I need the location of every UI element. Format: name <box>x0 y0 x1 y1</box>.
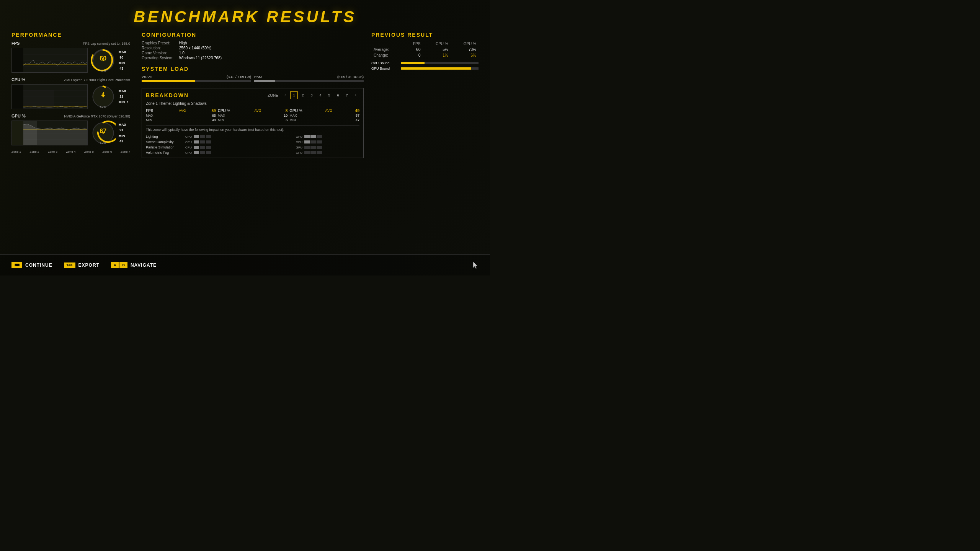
ram-load: RAM (6.05 / 31.94 GB) <box>254 75 364 82</box>
breakdown-cpu-col: CPU % AVG 8 MAX 10 MIN <box>218 109 288 122</box>
cpu-max-label: MAX <box>119 89 126 93</box>
impact-scene-name: Scene Complexity <box>146 140 180 144</box>
svg-marker-27 <box>473 262 477 269</box>
fps-min-label: MIN <box>119 61 125 65</box>
config-val-res: 980 x 551 (50%) <box>179 46 364 50</box>
gpu-bound-label: GPU Bound <box>371 67 398 70</box>
zone-btn-4[interactable]: 4 <box>317 91 324 99</box>
continue-button[interactable]: ⌨ CONTINUE <box>11 262 52 268</box>
cpu-waveform-svg <box>12 85 88 109</box>
gpu-subtitle: NVIDIA GeForce RTX 2070 (Driver:526.98) <box>64 114 130 118</box>
performance-panel: PERFORMANCE FPS FPS cap currently set to… <box>11 32 130 261</box>
breakdown-fps-rows: MAX 65 MIN 48 <box>146 114 216 122</box>
impact-bar <box>206 140 211 143</box>
zone-prev-button[interactable]: ‹ <box>281 91 289 99</box>
breakdown-gpu-avg-label: AVG <box>325 109 332 113</box>
ram-bar-bg <box>254 80 364 82</box>
gpu-bound-item: GPU Bound <box>371 67 479 70</box>
ram-header: RAM (6.05 / 31.94 GB) <box>254 75 364 79</box>
config-key-os: Operating System: <box>142 56 173 60</box>
prev-change-label: Change: <box>371 52 403 58</box>
impact-fog-gpu-label: GPU <box>293 151 302 155</box>
breakdown-fps-avg-val: 59 <box>212 109 216 113</box>
zone-btn-2[interactable]: 2 <box>299 91 307 99</box>
center-panel: CONFIGURATION Graphics Preset: High Reso… <box>142 32 364 261</box>
breakdown-gpu-min-label: MIN <box>289 118 296 122</box>
breakdown-fps-col: FPS AVG 59 MAX 65 MIN <box>146 109 216 122</box>
bottom-bar: ⌨ CONTINUE TAB EXPORT A D NAVIGATE <box>0 254 490 276</box>
svg-rect-13 <box>12 85 23 109</box>
svg-rect-14 <box>23 90 54 109</box>
impact-lighting-gpu: GPU <box>256 135 359 139</box>
cpu-min-val: 1 <box>127 100 129 104</box>
impact-lighting-gpu-bars <box>304 135 322 138</box>
cpu-max-val: 11 <box>119 95 123 98</box>
gpu-gauge: 67 AVG <box>91 121 116 145</box>
breakdown-cpu-min-val: 6 <box>286 118 287 122</box>
breakdown-gpu-col: GPU % AVG 49 MAX 57 MIN <box>289 109 359 122</box>
impact-lighting-gpu-label: GPU <box>293 135 302 139</box>
previous-result-table: FPS CPU % GPU % Average: 60 5% 73% <box>371 41 479 58</box>
gpu-gauge-avg-label: AVG <box>100 142 106 145</box>
breakdown-stats: FPS AVG 59 MAX 65 MIN <box>146 109 359 122</box>
breakdown-fps-label: FPS <box>146 109 153 113</box>
system-load-title: SYSTEM LOAD <box>142 66 364 72</box>
gpu-chart <box>11 121 88 145</box>
navigate-key-pair: A D <box>111 262 127 268</box>
prev-header-cpu: CPU % <box>423 41 450 47</box>
impact-bar <box>310 146 316 149</box>
continue-key-icon: ⌨ <box>11 262 22 268</box>
fps-gauge-value: 60 <box>100 55 106 62</box>
bound-section: CPU Bound GPU Bound <box>371 61 479 70</box>
cpu-min-label: MIN <box>119 100 125 104</box>
ram-values: (6.05 / 31.94 GB) <box>337 75 364 79</box>
impact-bar <box>194 151 199 154</box>
zone-btn-7[interactable]: 7 <box>343 91 351 99</box>
continue-label: CONTINUE <box>25 262 52 268</box>
gpu-min-label: MIN <box>119 134 125 138</box>
zone-next-button[interactable]: › <box>352 91 359 99</box>
previous-result-panel: PREVIOUS RESULT FPS CPU % GPU % Average: <box>371 32 479 261</box>
impact-scene-gpu: GPU <box>256 140 359 144</box>
breakdown-fps-max-label: MAX <box>146 114 154 117</box>
impact-bar <box>194 140 199 143</box>
prev-avg-cpu: 5% <box>423 47 450 52</box>
export-label: EXPORT <box>78 262 100 268</box>
breakdown-gpu-min-val: 47 <box>356 118 359 122</box>
gpu-gauge-value: 67 <box>100 128 106 135</box>
breakdown-cpu-min-label: MIN <box>218 118 224 122</box>
zone-btn-6[interactable]: 6 <box>334 91 342 99</box>
impact-scene-cpu-label: CPU <box>182 140 192 144</box>
zone-label-4: Zone 4 <box>66 150 76 153</box>
impact-bar <box>310 140 316 143</box>
breakdown-fps-header: FPS AVG 59 <box>146 109 216 113</box>
prev-header-fps: FPS <box>403 41 423 47</box>
gpu-max-label: MAX <box>119 123 126 127</box>
impact-bar <box>310 135 316 138</box>
navigate-button[interactable]: A D NAVIGATE <box>111 262 157 268</box>
zone-label-7: Zone 7 <box>121 150 130 153</box>
cursor-indicator <box>473 262 479 271</box>
impact-particle-gpu: GPU <box>256 145 359 149</box>
zone-label-5: Zone 5 <box>84 150 94 153</box>
impact-bar <box>206 146 211 149</box>
breakdown-gpu-min-row: MIN 47 <box>289 118 359 122</box>
impact-particle-cpu: Particle Simulation CPU <box>146 145 249 149</box>
impact-particle-cpu-bars <box>194 146 211 149</box>
breakdown-gpu-avg-val: 49 <box>355 109 359 113</box>
svg-rect-5 <box>12 48 23 73</box>
zone-label-6: Zone 6 <box>103 150 112 153</box>
prev-avg-label: Average: <box>371 47 403 52</box>
breakdown-note: This zone will typically have the follow… <box>146 125 359 132</box>
breakdown-fps-avg-label: AVG <box>179 109 186 113</box>
export-button[interactable]: TAB EXPORT <box>64 262 100 268</box>
vram-bar-bg <box>142 80 251 82</box>
impact-bar <box>206 151 211 154</box>
fps-label: FPS <box>11 41 20 46</box>
export-key-icon: TAB <box>64 262 75 268</box>
zone-btn-5[interactable]: 5 <box>325 91 333 99</box>
zone-btn-1[interactable]: 1 <box>290 91 298 99</box>
zone-btn-3[interactable]: 3 <box>308 91 315 99</box>
fps-max-val: 90 <box>119 55 123 59</box>
config-val-ver: 1.0 <box>179 51 364 55</box>
